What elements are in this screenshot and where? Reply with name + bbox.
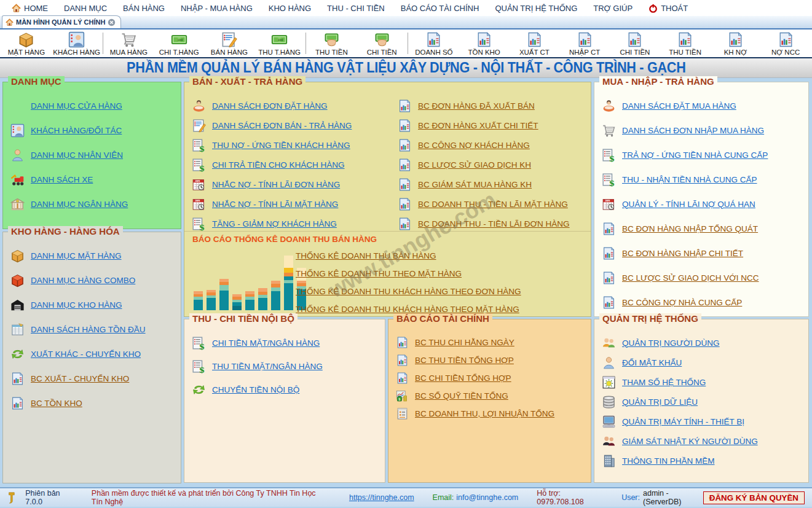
link-row-danh-muc-hang-combo[interactable]: DANH MỤC HÀNG COMBO [10,273,181,287]
link-row-chi-tien-mat-ngan-hang[interactable]: $CHI TIỀN MẶT/NGÂN HÀNG [192,335,385,350]
bc-thu-tien-tong-hop-link[interactable]: BC THU TIỀN TỔNG HỢP [415,356,514,365]
toolbar-button-thu-tien[interactable]: THU TIỀN [307,29,357,57]
danh-muc-cua-hang-link[interactable]: DANH MỤC CỬA HÀNG [31,101,122,111]
bc-doanh-thu-tien-lai-mat-hang-link[interactable]: BC DOANH THU - TIỀN LÃI MẶT HÀNG [418,200,568,209]
bc-doanh-thu-tien-lai-don-hang-link[interactable]: BC DOANH THU - TIỀN LÃI ĐƠN HÀNG [418,219,570,229]
link-row-thu-tien-mat-ngan-hang[interactable]: $THU TIỀN MẶT/NGÂN HÀNG [192,359,385,373]
danh-sach-dat-mua-hang-link[interactable]: DANH SÁCH ĐẶT MUA HÀNG [622,101,736,111]
link-row-doi-mat-khau[interactable]: ĐỔI MẬT KHẨU [602,355,808,370]
nhac-no-tinh-lai-mat-hang-link[interactable]: NHẮC NỢ - TÍNH LÃI MẶT HÀNG [212,200,338,209]
bc-luoc-su-giao-dich-voi-ncc-link[interactable]: BC LƯỢC SỬ GIAO DỊCH VỚI NCC [622,273,759,283]
link-row-giam-sat-nhat-ky-nguoi-dung[interactable]: GIÁM SÁT NHẬT KÝ NGƯỜI DÙNG [602,434,808,448]
bc-so-quy-tien-tong-link[interactable]: BC SỔ QUỸ TIỀN TỔNG [415,391,508,401]
toolbar-button-xuat-ct[interactable]: XUẤT CT [510,29,560,57]
link-row-bc-ton-kho[interactable]: BC TỒN KHO [10,396,181,410]
bc-luoc-su-giao-dich-kh-link[interactable]: BC LƯỢC SỬ GIAO DỊCH KH [418,160,531,170]
tra-no-ung-tien-nha-cung-cap-link[interactable]: TRẢ NỢ - ỨNG TIỀN NHÀ CUNG CẤP [622,150,768,160]
link-row-thong-tin-phan-mem[interactable]: THÔNG TIN PHẦN MỀM [602,453,808,468]
link-row-danh-sach-don-ban-tra-hang[interactable]: DANH SÁCH ĐƠN BÁN - TRẢ HÀNG [192,118,390,133]
bc-xuat-chuyen-kho-link[interactable]: BC XUẤT - CHUYỂN KHO [31,374,129,383]
toolbar-button-nhap-ct[interactable]: NHẬP CT [559,29,610,57]
link-row-bc-xuat-chuyen-kho[interactable]: BC XUẤT - CHUYỂN KHO [10,371,181,386]
bc-don-hang-nhap-chi-tiet-link[interactable]: BC ĐƠN HÀNG NHẬP CHI TIẾT [622,249,743,258]
danh-muc-nhan-vien-link[interactable]: DANH MỤC NHÂN VIÊN [31,150,123,160]
bc-don-hang-nhap-tong-quat-link[interactable]: BC ĐƠN HÀNG NHẬP TỔNG QUÁT [622,224,758,233]
link-row-bc-doanh-thu-loi-nhuan-tong[interactable]: BC DOANH THU, LỢI NHUẬN TỔNG [396,407,591,421]
link-row-tham-so-he-thong[interactable]: THAM SỐ HỆ THỐNG [602,375,808,389]
menu-item-thu-chi-tien[interactable]: THU - CHI TIỀN [319,0,393,16]
bc-don-hang-xuat-chi-tiet-link[interactable]: BC ĐƠN HÀNG XUẤT CHI TIẾT [418,121,538,130]
tang-giam-no-khach-hang-link[interactable]: TĂNG - GIẢM NỢ KHÁCH HÀNG [212,219,337,229]
link-row-quan-ly-tinh-lai-no-qua-han[interactable]: JANQUẢN LÝ - TÍNH LÃI NỢ QUÁ HẠN [602,197,808,211]
link-row-chi-tra-tien-cho-khach-hang[interactable]: $CHI TRẢ TIỀN CHO KHÁCH HÀNG [192,157,390,172]
menu-item-nhap-mua-hang[interactable]: NHẬP - MUA HÀNG [173,0,261,16]
link-row-thong-ke-doanh-thu-ban-hang[interactable]: THỐNG KÊ DOANH THU BÁN HÀNG [296,247,521,265]
link-row-nhac-no-tinh-lai-don-hang[interactable]: JANNHẮC NỢ - TÍNH LÃI ĐƠN HÀNG [192,177,390,192]
chuyen-tien-noi-bo-link[interactable]: CHUYỂN TIỀN NỘI BỘ [212,385,299,394]
menu-item-quan-tri-he-thong[interactable]: QUẢN TRỊ HỆ THỐNG [487,0,585,16]
quan-tri-du-lieu-link[interactable]: QUẢN TRỊ DỮ LIỆU [622,397,698,407]
toolbar-button-doanh-so[interactable]: DOANH SỐ [409,29,459,57]
danh-sach-xe-link[interactable]: DANH SÁCH XE [31,175,93,184]
thu-no-ung-tien-khach-hang-link[interactable]: THU NỢ - ỨNG TIỀN KHÁCH HÀNG [212,141,350,150]
link-row-quan-tri-du-lieu[interactable]: QUẢN TRỊ DỮ LIỆU [602,394,808,409]
thong-ke-doanh-thu-theo-mat-hang-link[interactable]: THỐNG KÊ DOANH THU THEO MẶT HÀNG [296,269,462,278]
link-row-bc-doanh-thu-tien-lai-don-hang[interactable]: BC DOANH THU - TIỀN LÃI ĐƠN HÀNG [398,216,591,231]
thu-tien-mat-ngan-hang-link[interactable]: THU TIỀN MẶT/NGÂN HÀNG [212,362,323,371]
link-row-chuyen-tien-noi-bo[interactable]: CHUYỂN TIỀN NỘI BỘ [192,382,385,397]
toolbar-button-ban-hang[interactable]: BÁN HÀNG [204,29,254,57]
giam-sat-nhat-ky-nguoi-dung-link[interactable]: GIÁM SÁT NHẬT KÝ NGƯỜI DÙNG [622,437,758,446]
menu-item-tro-giup[interactable]: TRỢ GIÚP [585,0,641,16]
danh-sach-don-ban-tra-hang-link[interactable]: DANH SÁCH ĐƠN BÁN - TRẢ HÀNG [212,121,352,130]
thong-ke-doanh-thu-khach-hang-theo-don-hang-link[interactable]: THỐNG KÊ DOANH THU KHÁCH HÀNG THEO ĐƠN H… [296,287,521,296]
toolbar-button-thu-t-hang[interactable]: 100THU T.HÀNG [254,29,305,57]
toolbar-button-mat-hang[interactable]: MẶT HÀNG [1,29,52,57]
chi-tra-tien-cho-khach-hang-link[interactable]: CHI TRẢ TIỀN CHO KHÁCH HÀNG [212,160,345,170]
menu-item-kho-hang[interactable]: KHO HÀNG [261,0,319,16]
toolbar-button-ton-kho[interactable]: TỒN KHO [459,29,510,57]
link-row-bc-don-hang-nhap-tong-quat[interactable]: BC ĐƠN HÀNG NHẬP TỔNG QUÁT [602,221,808,236]
link-row-xuat-khac-chuyen-kho[interactable]: XUẤT KHÁC - CHUYỂN KHO [10,346,181,361]
link-row-quan-tri-may-tinh-thiet-bi[interactable]: QUẢN TRỊ MÁY TÍNH - THIẾT BỊ [602,414,808,429]
danh-muc-kho-hang-link[interactable]: DANH MỤC KHO HÀNG [31,300,122,310]
bc-doanh-thu-loi-nhuan-tong-link[interactable]: BC DOANH THU, LỢI NHUẬN TỔNG [415,409,554,418]
tab-main-screen[interactable]: MÀN HÌNH QUẢN LÝ CHÍNH [2,15,121,28]
danh-muc-hang-combo-link[interactable]: DANH MỤC HÀNG COMBO [31,276,135,285]
nhac-no-tinh-lai-don-hang-link[interactable]: NHẮC NỢ - TÍNH LÃI ĐƠN HÀNG [212,180,340,189]
link-row-danh-sach-dat-mua-hang[interactable]: DANH SÁCH ĐẶT MUA HÀNG [602,98,808,113]
khach-hang-doi-tac-link[interactable]: KHÁCH HÀNG/ĐỐI TÁC [31,126,122,135]
menu-item-bao-cao-tai-chinh[interactable]: BÁO CÁO TÀI CHÍNH [393,0,487,16]
link-row-danh-sach-don-dat-hang[interactable]: DANH SÁCH ĐƠN ĐẶT HÀNG [192,98,390,113]
link-row-tang-giam-no-khach-hang[interactable]: $TĂNG - GIẢM NỢ KHÁCH HÀNG [192,216,390,231]
link-row-bc-luoc-su-giao-dich-voi-ncc[interactable]: BC LƯỢC SỬ GIAO DỊCH VỚI NCC [602,270,808,285]
link-row-bc-don-hang-xuat-chi-tiet[interactable]: BC ĐƠN HÀNG XUẤT CHI TIẾT [398,118,591,133]
quan-ly-tinh-lai-no-qua-han-link[interactable]: QUẢN LÝ - TÍNH LÃI NỢ QUÁ HẠN [622,200,755,209]
toolbar-button-mua-hang[interactable]: MUA HÀNG [104,29,154,57]
link-row-danh-muc-cua-hang[interactable]: DANH MỤC CỬA HÀNG [10,98,181,113]
quan-tri-may-tinh-thiet-bi-link[interactable]: QUẢN TRỊ MÁY TÍNH - THIẾT BỊ [622,417,744,426]
link-row-danh-sach-xe[interactable]: DANH SÁCH XE [10,172,181,187]
link-row-nhac-no-tinh-lai-mat-hang[interactable]: JANNHẮC NỢ - TÍNH LÃI MẶT HÀNG [192,197,390,211]
link-row-thu-nhan-tien-nha-cung-cap[interactable]: $THU - NHẬN TIỀN NHÀ CUNG CẤP [602,172,808,187]
doi-mat-khau-link[interactable]: ĐỔI MẬT KHẨU [622,358,682,367]
link-row-bc-giam-sat-mua-hang-kh[interactable]: BC GIÁM SÁT MUA HÀNG KH [398,177,591,192]
thong-ke-doanh-thu-khach-hang-theo-mat-hang-link[interactable]: THỐNG KÊ DOANH THU KHÁCH HÀNG THEO MẶT H… [296,305,519,314]
link-row-bc-so-quy-tien-tong[interactable]: $BC SỔ QUỸ TIỀN TỔNG [396,389,591,403]
link-row-bc-doanh-thu-tien-lai-mat-hang[interactable]: BC DOANH THU - TIỀN LÃI MẶT HÀNG [398,197,591,211]
danh-muc-ngan-hang-link[interactable]: DANH MỤC NGÂN HÀNG [31,200,128,209]
link-row-bc-cong-no-khach-hang[interactable]: BC CÔNG NỢ KHÁCH HÀNG [398,138,591,152]
link-row-bc-chi-tien-tong-hop[interactable]: BC CHI TIỀN TỔNG HỢP [396,371,591,385]
email-link[interactable]: info@tinnghe.com [456,493,518,502]
link-row-thu-no-ung-tien-khach-hang[interactable]: $THU NỢ - ỨNG TIỀN KHÁCH HÀNG [192,138,390,152]
link-row-danh-muc-mat-hang[interactable]: DANH MỤC MẶT HÀNG [10,248,181,263]
link-row-danh-muc-kho-hang[interactable]: DANH MỤC KHO HÀNG [10,297,181,312]
danh-sach-hang-ton-dau-link[interactable]: DANH SÁCH HÀNG TỒN ĐẦU [31,325,146,334]
toolbar-button-chi-t-hang[interactable]: 100CHI T.HÀNG [154,29,204,57]
link-row-bc-thu-chi-hang-ngay[interactable]: BC THU CHI HẰNG NGÀY [396,335,591,350]
quan-tri-nguoi-dung-link[interactable]: QUẢN TRỊ NGƯỜI DÙNG [622,338,720,348]
close-icon[interactable] [108,18,116,26]
xuat-khac-chuyen-kho-link[interactable]: XUẤT KHÁC - CHUYỂN KHO [31,350,141,359]
bc-cong-no-nha-cung-cap-link[interactable]: BC CÔNG NỢ NHÀ CUNG CẤP [622,298,742,307]
bc-chi-tien-tong-hop-link[interactable]: BC CHI TIỀN TỔNG HỢP [415,373,511,383]
toolbar-button-khach-hang[interactable]: KHÁCH HÀNG [52,29,102,57]
